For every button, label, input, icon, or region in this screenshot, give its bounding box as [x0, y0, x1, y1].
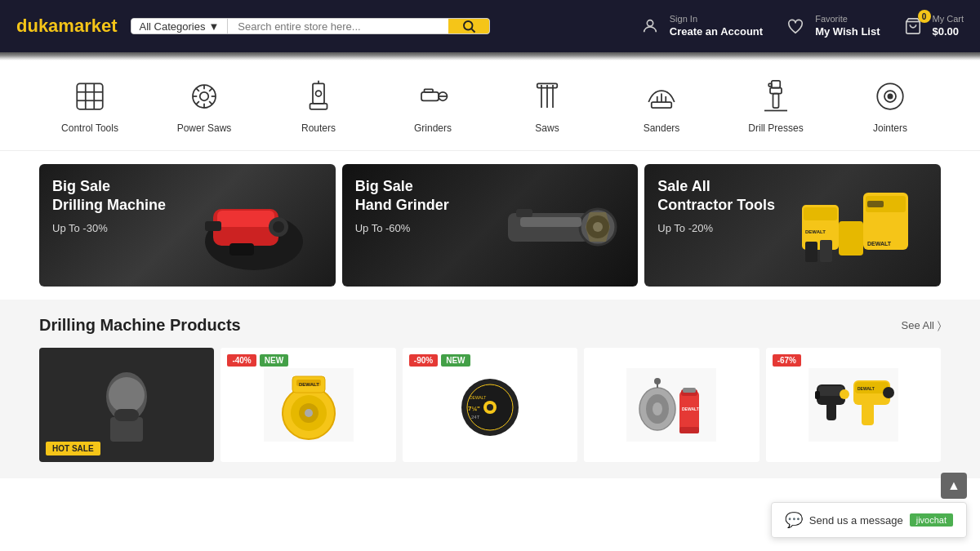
see-all-link[interactable]: See All 〉: [902, 319, 941, 332]
sidebar-item-power-saws[interactable]: Power Saws: [172, 77, 237, 134]
svg-line-17: [209, 88, 212, 91]
svg-rect-37: [773, 94, 779, 109]
grinders-label: Grinders: [414, 122, 452, 134]
product-card-5[interactable]: -67% DEWALT: [766, 348, 941, 462]
new-badge-2: NEW: [260, 354, 288, 367]
cart-icon: 0: [900, 13, 926, 39]
contractor-tools-image: DEWALT DEWALT: [794, 176, 924, 274]
sidebar-item-grinders[interactable]: Grinders: [400, 77, 466, 134]
sidebar-item-control-tools[interactable]: Control Tools: [57, 77, 122, 134]
category-dropdown[interactable]: All Categories ▼: [131, 19, 229, 33]
chevron-right-icon: 〉: [938, 319, 941, 332]
svg-rect-48: [205, 221, 221, 231]
svg-text:DEWALT: DEWALT: [858, 386, 875, 391]
svg-rect-63: [820, 240, 832, 262]
svg-rect-55: [516, 209, 532, 217]
sidebar-item-drill-presses[interactable]: Drill Presses: [743, 77, 808, 134]
sale-card-1-text: Big Sale Drilling Machine Up To -30%: [52, 177, 166, 234]
svg-text:DEWALT: DEWALT: [470, 395, 486, 400]
scroll-to-top-button[interactable]: ▲: [941, 473, 967, 478]
sale-banner-grinder[interactable]: Big Sale Hand Grinder Up To -60%: [342, 164, 639, 287]
product-3-main: -90% NEW 7¼" 24T DEWALT: [403, 348, 577, 462]
sale-banner-contractor[interactable]: DEWALT DEWALT Sale All Contractor Tools …: [644, 164, 941, 287]
svg-text:DEWALT: DEWALT: [299, 382, 319, 387]
banner-strip: [0, 52, 980, 60]
discount-badge-5: -67%: [773, 354, 801, 367]
category-label: All Categories: [140, 20, 206, 33]
jointers-icon: [871, 77, 910, 116]
saws-icon: [528, 77, 567, 116]
favorite-label: Favorite: [815, 13, 880, 24]
products-header: Drilling Machine Products See All 〉: [39, 316, 941, 335]
svg-point-90: [653, 402, 662, 415]
control-tools-label: Control Tools: [61, 122, 118, 134]
grinders-icon: [413, 77, 452, 116]
svg-point-83: [487, 404, 493, 411]
search-input[interactable]: [228, 19, 448, 33]
see-all-label: See All: [902, 319, 934, 331]
svg-rect-101: [826, 402, 836, 420]
sign-in-action[interactable]: Sign In Create an Account: [637, 13, 763, 39]
logo[interactable]: dukamarket: [16, 16, 118, 37]
cart-total: $0.00: [933, 25, 964, 39]
sale-banner-2-discount: Up To -60%: [355, 222, 449, 234]
create-account-label: Create an Account: [670, 25, 763, 39]
drill-presses-icon: [756, 77, 795, 116]
sale-card-1-product: [172, 164, 335, 287]
svg-rect-54: [520, 217, 581, 227]
sidebar-item-saws[interactable]: Saws: [514, 77, 580, 134]
sale-banner-2-title: Big Sale Hand Grinder: [355, 177, 449, 216]
sale-banner-3-title: Sale All Contractor Tools: [657, 177, 775, 216]
product-3-image: 7¼" 24T DEWALT: [453, 368, 527, 442]
svg-point-47: [273, 221, 284, 233]
svg-point-68: [109, 377, 145, 413]
svg-rect-31: [652, 102, 672, 108]
sidebar-item-routers[interactable]: Routers: [286, 77, 351, 134]
header-actions: Sign In Create an Account Favorite My Wi…: [637, 13, 964, 39]
cart-action[interactable]: 0 My Cart $0.00: [900, 13, 964, 39]
svg-rect-61: [839, 221, 863, 256]
cart-label: My Cart: [933, 13, 964, 24]
power-saws-icon: [185, 77, 224, 116]
grinder-image: [492, 176, 622, 274]
product-4-image: DEWALT: [626, 368, 716, 442]
svg-rect-20: [310, 104, 327, 109]
svg-rect-106: [862, 402, 874, 425]
svg-text:24T: 24T: [471, 415, 480, 420]
svg-point-107: [883, 387, 894, 398]
svg-text:7¼": 7¼": [468, 405, 480, 412]
product-1-main: HOT SALE: [39, 348, 214, 462]
svg-rect-60: [804, 207, 837, 220]
svg-line-18: [196, 101, 199, 104]
jointers-label: Jointers: [873, 122, 907, 134]
product-2-image: DEWALT: [264, 368, 354, 442]
sidebar-item-jointers[interactable]: Jointers: [858, 77, 923, 134]
wishlist-action[interactable]: Favorite My Wish List: [782, 13, 880, 39]
svg-text:DEWALT: DEWALT: [682, 407, 699, 411]
product-card-3[interactable]: -90% NEW 7¼" 24T DEWALT: [403, 348, 577, 462]
product-1-image: [78, 364, 176, 446]
sanders-label: Sanders: [644, 122, 680, 134]
svg-rect-70: [114, 409, 139, 421]
wishlist-text: Favorite My Wish List: [815, 13, 880, 38]
sale-banner-1-title: Big Sale Drilling Machine: [52, 177, 166, 216]
sale-banner-drilling[interactable]: Big Sale Drilling Machine Up To -30%: [39, 164, 336, 287]
discount-badge-3: -90%: [409, 354, 438, 367]
product-card-2[interactable]: -40% NEW DEWALT: [220, 348, 395, 462]
sidebar-item-sanders[interactable]: Sanders: [629, 77, 694, 134]
product-card-1[interactable]: HOT SALE: [39, 348, 214, 462]
search-button[interactable]: [448, 19, 489, 33]
search-bar: All Categories ▼: [131, 18, 490, 34]
chevron-down-icon: ▼: [208, 20, 219, 33]
sale-card-3-product: DEWALT DEWALT: [778, 164, 941, 287]
svg-rect-49: [229, 243, 254, 256]
svg-rect-35: [772, 81, 781, 88]
product-card-4[interactable]: DEWALT: [584, 348, 759, 462]
heart-icon: [782, 13, 808, 39]
sale-card-2-text: Big Sale Hand Grinder Up To -60%: [355, 177, 449, 234]
svg-line-16: [209, 101, 212, 104]
svg-rect-95: [683, 388, 696, 393]
wishlist-label: My Wish List: [815, 25, 880, 39]
drill-image: [189, 176, 319, 274]
svg-point-2: [647, 20, 653, 26]
